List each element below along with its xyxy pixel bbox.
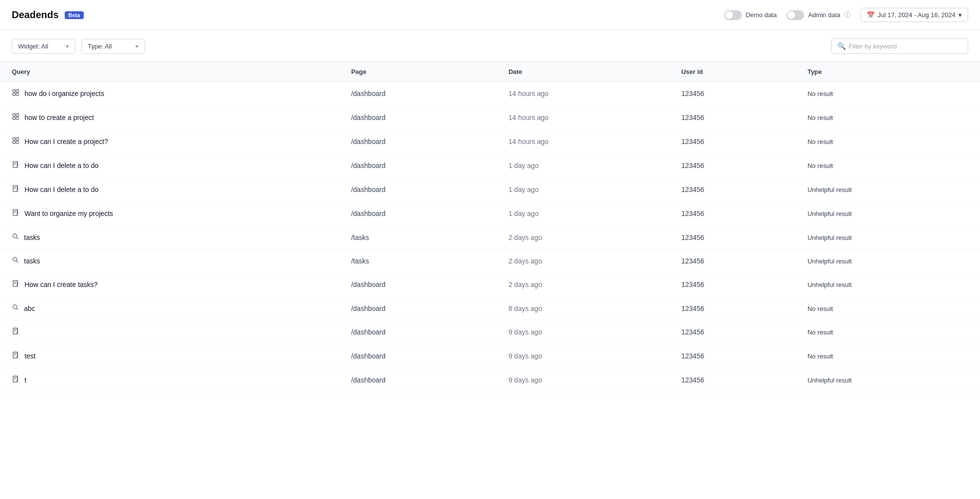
table-row[interactable]: t /dashboard 9 days ago 123456 Unhelpful… xyxy=(0,368,980,392)
query-cell: How can I delete a to do xyxy=(0,178,340,202)
page-cell: /dashboard xyxy=(340,178,497,202)
userid-cell: 123456 xyxy=(669,249,796,273)
table-row[interactable]: abc /dashboard 8 days ago 123456 No resu… xyxy=(0,297,980,320)
widget-filter-label: Widget: All xyxy=(18,43,48,50)
table-row[interactable]: test /dashboard 9 days ago 123456 No res… xyxy=(0,344,980,368)
svg-rect-3 xyxy=(16,93,19,95)
page-cell: /dashboard xyxy=(340,130,497,154)
widget-filter-button[interactable]: Widget: All ▾ xyxy=(12,39,75,54)
query-type-icon xyxy=(12,113,20,122)
col-userid: User id xyxy=(669,62,796,82)
date-cell: 1 day ago xyxy=(497,178,670,202)
svg-line-21 xyxy=(17,261,19,263)
query-type-icon xyxy=(12,209,20,218)
page-cell: /dashboard xyxy=(340,82,497,106)
query-text: How can I delete a to do xyxy=(24,186,98,193)
query-type-icon xyxy=(12,161,20,170)
query-cell: How can I delete a to do xyxy=(0,154,340,178)
query-type-icon xyxy=(12,233,19,242)
type-cell: No result xyxy=(796,320,980,344)
type-badge: Unhelpful result xyxy=(808,258,852,265)
userid-cell: 123456 xyxy=(669,226,796,249)
query-cell: tasks xyxy=(0,249,340,273)
type-cell: No result xyxy=(796,154,980,178)
date-cell: 2 days ago xyxy=(497,273,670,297)
type-badge: No result xyxy=(808,114,833,121)
svg-point-20 xyxy=(13,258,17,261)
type-badge: Unhelpful result xyxy=(808,377,852,384)
type-filter-button[interactable]: Type: All ▾ xyxy=(81,39,145,54)
type-badge: No result xyxy=(808,305,833,312)
userid-cell: 123456 xyxy=(669,368,796,392)
date-cell: 1 day ago xyxy=(497,202,670,226)
date-cell: 14 hours ago xyxy=(497,130,670,154)
table-row[interactable]: tasks /tasks 2 days ago 123456 Unhelpful… xyxy=(0,226,980,249)
userid-cell: 123456 xyxy=(669,82,796,106)
beta-badge: Beta xyxy=(65,11,84,19)
svg-rect-2 xyxy=(13,93,15,95)
date-cell: 2 days ago xyxy=(497,249,670,273)
date-cell: 9 days ago xyxy=(497,344,670,368)
query-cell: test xyxy=(0,344,340,368)
page-cell: /tasks xyxy=(340,249,497,273)
query-type-icon xyxy=(12,375,20,385)
date-range-button[interactable]: 📅 Jul 17, 2024 - Aug 16, 2024 ▾ xyxy=(860,8,968,22)
table-row[interactable]: Want to organize my projects /dashboard … xyxy=(0,202,980,226)
table-row[interactable]: How can I delete a to do /dashboard 1 da… xyxy=(0,154,980,178)
table-row[interactable]: tasks /tasks 2 days ago 123456 Unhelpful… xyxy=(0,249,980,273)
table-row[interactable]: how do i organize projects /dashboard 14… xyxy=(0,82,980,106)
admin-data-label: Admin data xyxy=(808,11,840,19)
type-cell: No result xyxy=(796,344,980,368)
page-cell: /tasks xyxy=(340,226,497,249)
toolbar: Widget: All ▾ Type: All ▾ 🔍 xyxy=(0,30,980,62)
type-cell: No result xyxy=(796,130,980,154)
type-cell: Unhelpful result xyxy=(796,368,980,392)
demo-data-toggle[interactable] xyxy=(724,10,742,20)
svg-rect-11 xyxy=(16,141,19,143)
date-cell: 8 days ago xyxy=(497,297,670,320)
userid-cell: 123456 xyxy=(669,130,796,154)
query-cell: How can I create a project? xyxy=(0,130,340,154)
keyword-filter-input[interactable] xyxy=(849,43,962,50)
table-row[interactable]: How can I create tasks? /dashboard 2 day… xyxy=(0,273,980,297)
table-row[interactable]: how to create a project /dashboard 14 ho… xyxy=(0,106,980,130)
page-cell: /dashboard xyxy=(340,273,497,297)
query-text: how do i organize projects xyxy=(24,90,104,97)
query-type-icon xyxy=(12,256,19,265)
table-header-row: Query Page Date User id Type xyxy=(0,62,980,82)
type-badge: No result xyxy=(808,329,833,336)
date-cell: 9 days ago xyxy=(497,320,670,344)
table-row[interactable]: How can I create a project? /dashboard 1… xyxy=(0,130,980,154)
col-date: Date xyxy=(497,62,670,82)
query-type-icon xyxy=(12,327,20,337)
type-cell: No result xyxy=(796,297,980,320)
userid-cell: 123456 xyxy=(669,178,796,202)
admin-data-toggle[interactable] xyxy=(786,10,804,20)
results-table-container: Query Page Date User id Type how do i or… xyxy=(0,62,980,392)
query-cell: t xyxy=(0,368,340,392)
query-text: how to create a project xyxy=(24,114,94,121)
page-cell: /dashboard xyxy=(340,368,497,392)
query-cell: tasks xyxy=(0,226,340,249)
query-type-icon xyxy=(12,137,20,146)
userid-cell: 123456 xyxy=(669,273,796,297)
type-badge: No result xyxy=(808,138,833,145)
demo-data-label: Demo data xyxy=(746,11,777,19)
query-type-icon xyxy=(12,304,19,313)
page-cell: /dashboard xyxy=(340,320,497,344)
type-cell: No result xyxy=(796,82,980,106)
results-table: Query Page Date User id Type how do i or… xyxy=(0,62,980,392)
query-type-icon xyxy=(12,89,20,98)
query-type-icon xyxy=(12,185,20,194)
table-row[interactable]: /dashboard 9 days ago 123456 No result xyxy=(0,320,980,344)
svg-point-18 xyxy=(13,234,17,238)
type-cell: Unhelpful result xyxy=(796,273,980,297)
userid-cell: 123456 xyxy=(669,344,796,368)
query-cell: abc xyxy=(0,297,340,320)
type-filter-label: Type: All xyxy=(88,43,112,50)
admin-data-info-icon[interactable]: ⓘ xyxy=(844,11,851,20)
table-row[interactable]: How can I delete a to do /dashboard 1 da… xyxy=(0,178,980,202)
query-text: t xyxy=(24,376,26,384)
col-page: Page xyxy=(340,62,497,82)
page-cell: /dashboard xyxy=(340,202,497,226)
